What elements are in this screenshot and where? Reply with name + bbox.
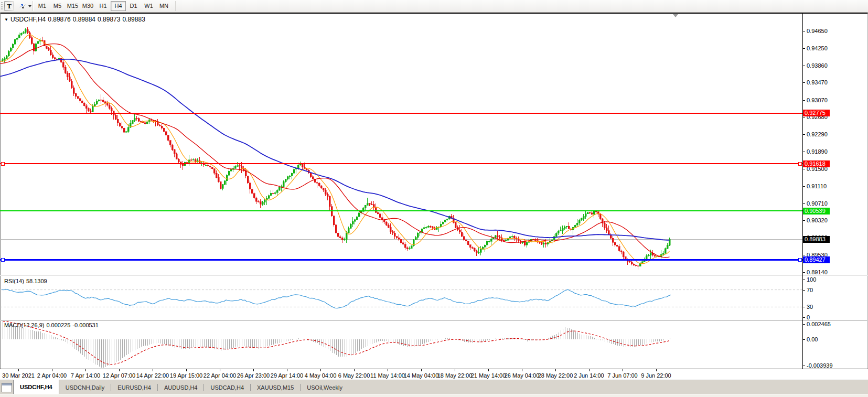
macd-tick-label: 0.002465 — [807, 321, 838, 327]
time-tick-mark — [623, 369, 623, 371]
date-label: 21 May 14:00 — [471, 372, 506, 379]
chart-canvas[interactable] — [0, 0, 802, 369]
time-tick-mark — [253, 369, 254, 371]
time-tick-mark — [522, 369, 522, 371]
price-tick-label: 0.93470 — [807, 79, 838, 85]
axis-tick-mark — [803, 82, 805, 83]
chart-tabs-bar: USDCHF,H4USDCNH,DailyEURUSD,H4AUDUSD,H4U… — [0, 380, 868, 394]
date-label: 12 Apr 07:00 — [103, 372, 135, 379]
chart-ohlc-header: ▼USDCHF,H40.898760.898840.898730.89883 — [4, 16, 147, 23]
axis-tick-mark — [803, 272, 805, 273]
time-tick-mark — [85, 369, 86, 371]
price-badge: 0.91618 — [803, 160, 830, 167]
date-label: 4 May 04:00 — [305, 372, 337, 379]
axis-tick-mark — [803, 280, 805, 280]
chart-window-border — [867, 13, 867, 397]
hline-handle[interactable] — [1, 162, 4, 165]
macd-label: MACD(12,26,9) — [4, 322, 44, 328]
price-tick-label: 0.94250 — [807, 45, 838, 51]
date-label: 19 Apr 15:00 — [170, 372, 202, 379]
date-label: 28 May 22:00 — [538, 372, 573, 379]
date-label: 26 Apr 23:00 — [237, 372, 270, 379]
macd-signal-value: -0.000531 — [72, 322, 99, 328]
low-value: 0.89873 — [98, 16, 120, 23]
axis-tick-mark — [803, 203, 805, 204]
axis-tick-mark — [803, 220, 805, 221]
horizontal-scrollbar[interactable] — [0, 394, 868, 397]
date-label: 11 May 14:00 — [370, 372, 405, 379]
time-tick-mark — [18, 369, 19, 371]
date-label: 6 May 22:00 — [338, 372, 370, 379]
chart-window-icon[interactable] — [2, 383, 12, 392]
axis-tick-mark — [803, 317, 805, 318]
date-label: 2 Jun 14:00 — [574, 372, 604, 379]
price-badge: 0.90539 — [803, 208, 830, 214]
price-axis-line — [802, 14, 803, 369]
date-label: 26 May 04:00 — [505, 372, 540, 379]
axis-tick-mark — [803, 48, 805, 49]
chart-tab-usdcnh[interactable]: USDCNH,Daily — [59, 380, 111, 394]
chart-tab-xauusd[interactable]: XAUUSD,M15 — [251, 380, 300, 394]
chart-tab-eurusd[interactable]: EURUSD,H4 — [111, 380, 157, 394]
panel-separator[interactable] — [0, 275, 868, 275]
axis-tick-mark — [803, 66, 805, 66]
price-tick-label: 0.93070 — [807, 97, 838, 103]
date-label: 9 Jun 22:00 — [641, 372, 671, 379]
axis-tick-mark — [803, 339, 805, 340]
time-tick-mark — [455, 369, 455, 371]
chart-tab-usdcad[interactable]: USDCAD,H4 — [204, 380, 250, 394]
price-tick-label: 0.94650 — [807, 28, 838, 34]
axis-tick-mark — [803, 307, 805, 307]
close-value: 0.89883 — [122, 16, 145, 23]
axis-tick-mark — [803, 186, 805, 187]
time-tick-mark — [186, 369, 187, 371]
axis-tick-mark — [803, 117, 805, 117]
time-tick-mark — [589, 369, 590, 371]
axis-tick-mark — [803, 134, 805, 135]
time-tick-mark — [555, 369, 556, 371]
time-tick-mark — [388, 369, 388, 371]
rsi-tick-label: 100 — [807, 276, 838, 283]
date-label: 7 Apr 14:00 — [71, 372, 100, 379]
hline-handle[interactable] — [1, 258, 4, 261]
time-tick-mark — [656, 369, 657, 371]
axis-tick-mark — [803, 324, 805, 325]
chart-tab-audusd[interactable]: AUDUSD,H4 — [158, 380, 204, 394]
price-tick-label: 0.90320 — [807, 217, 838, 223]
open-value: 0.89876 — [48, 16, 70, 23]
price-badge: 0.92775 — [803, 110, 830, 116]
mt4-window: T M1M5M15M30H1H4D1W1MN ▼USDCHF,H40.89876… — [0, 0, 868, 397]
hline-handle[interactable] — [798, 258, 801, 261]
axis-tick-mark — [803, 255, 805, 255]
price-tick-label: 0.91890 — [807, 148, 838, 155]
macd-tick-label: -0.003939 — [807, 362, 838, 369]
rsi-label: RSI(14) — [4, 278, 24, 284]
time-axis[interactable]: 30 Mar 20212 Apr 04:007 Apr 14:0012 Apr … — [0, 369, 868, 380]
chart-tab-usoil[interactable]: USOil,Weekly — [301, 380, 349, 394]
date-label: 18 May 22:00 — [437, 372, 473, 379]
symbol-label: USDCHF,H4 — [10, 16, 46, 23]
time-tick-mark — [320, 369, 321, 371]
date-label: 2 Apr 04:00 — [37, 372, 67, 379]
rsi-tick-label: 70 — [807, 287, 838, 293]
price-tick-label: 0.92290 — [807, 131, 838, 137]
hline-handle[interactable] — [798, 162, 801, 165]
time-tick-mark — [287, 369, 287, 371]
price-tick-label: 0.90710 — [807, 200, 838, 207]
date-label: 7 Jun 07:00 — [607, 372, 638, 379]
date-label: 29 Apr 14:00 — [271, 372, 303, 379]
chart-tab-usdchf[interactable]: USDCHF,H4 — [13, 380, 59, 394]
time-tick-mark — [52, 369, 52, 371]
time-tick-mark — [488, 369, 489, 371]
collapse-arrow-icon[interactable]: ▼ — [4, 17, 8, 22]
macd-caption: MACD(12,26,9)0.000225-0.000531 — [4, 322, 101, 328]
price-tick-label: 0.93860 — [807, 62, 838, 69]
time-tick-mark — [421, 369, 422, 371]
macd-tick-label: 0.00 — [807, 336, 838, 342]
high-value: 0.89884 — [73, 16, 95, 23]
price-badge: 0.89883 — [803, 236, 830, 243]
rsi-tick-label: 30 — [807, 304, 838, 310]
chart-shift-marker-icon[interactable] — [673, 14, 678, 17]
panel-separator[interactable] — [0, 320, 868, 320]
time-tick-mark — [354, 369, 355, 371]
